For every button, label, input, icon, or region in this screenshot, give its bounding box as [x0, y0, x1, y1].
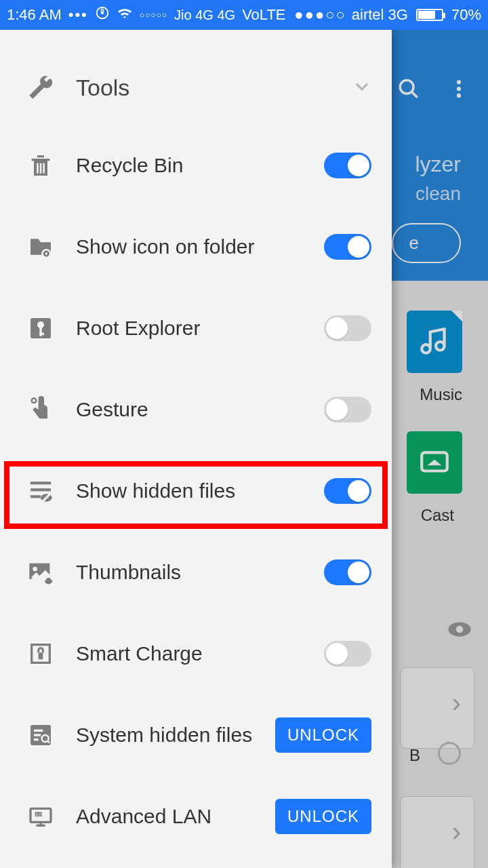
- item-label: Show icon on folder: [76, 235, 324, 258]
- item-smart-charge[interactable]: Smart Charge: [0, 613, 392, 694]
- item-label: Advanced LAN: [76, 805, 275, 828]
- svg-rect-12: [43, 163, 45, 174]
- status-bar: 1:46 AM ••• ○○○○○ Jio 4G 4G VoLTE ●●●○○ …: [0, 0, 488, 30]
- svg-point-14: [45, 252, 47, 254]
- thumbnails-icon: [26, 557, 56, 587]
- smart-charge-icon: [26, 639, 56, 669]
- item-label: Thumbnails: [76, 561, 324, 584]
- svg-rect-29: [39, 652, 43, 659]
- svg-point-26: [33, 567, 37, 572]
- item-label: Smart Charge: [76, 642, 324, 665]
- key-icon: [26, 313, 56, 343]
- wifi-icon: [117, 5, 133, 25]
- svg-rect-18: [39, 333, 44, 335]
- toggle-smart-charge[interactable]: [324, 641, 371, 667]
- svg-text:2.0: 2.0: [36, 812, 42, 816]
- item-thumbnails[interactable]: Thumbnails: [0, 532, 392, 613]
- settings-drawer: Tools Recycle Bin Show icon on folder Ro…: [0, 30, 392, 868]
- item-system-hidden-files[interactable]: System hidden files UNLOCK: [0, 694, 392, 776]
- item-label: Gesture: [76, 398, 324, 421]
- trash-icon: [26, 151, 56, 180]
- drawer-header-tools[interactable]: Tools: [0, 50, 392, 125]
- item-label: System hidden files: [76, 724, 275, 747]
- item-show-icon-folder[interactable]: Show icon on folder: [0, 206, 392, 288]
- item-label: Recycle Bin: [76, 154, 324, 177]
- status-network1: Jio 4G 4G: [174, 7, 235, 23]
- folder-icon: [26, 232, 56, 262]
- status-time: 1:46 AM: [7, 6, 62, 24]
- signal-strength-icon: ●●●○○: [294, 6, 346, 24]
- item-gesture[interactable]: Gesture: [0, 369, 392, 450]
- toggle-gesture[interactable]: [324, 397, 371, 422]
- svg-rect-11: [40, 163, 42, 174]
- status-more-icon: •••: [68, 6, 88, 24]
- status-volte: VoLTE: [242, 6, 285, 24]
- system-hidden-icon: [26, 720, 56, 750]
- battery-icon: [416, 9, 443, 21]
- wrench-icon: [26, 73, 56, 102]
- gesture-icon: [26, 395, 56, 425]
- item-root-explorer[interactable]: Root Explorer: [0, 288, 392, 369]
- svg-rect-1: [101, 11, 104, 14]
- lock-rotation-icon: [95, 5, 110, 24]
- lan-icon: 2.0: [26, 802, 56, 831]
- svg-point-19: [32, 398, 37, 403]
- status-network2: airtel 3G: [352, 6, 408, 24]
- toggle-root-explorer[interactable]: [324, 315, 371, 341]
- svg-rect-10: [37, 163, 38, 174]
- toggle-show-icon-folder[interactable]: [324, 234, 371, 260]
- unlock-button-system-hidden[interactable]: UNLOCK: [275, 717, 371, 753]
- unlock-button-advanced-lan[interactable]: UNLOCK: [275, 799, 371, 834]
- chevron-down-icon: [352, 77, 371, 98]
- drawer-header-label: Tools: [76, 75, 352, 101]
- annotation-highlight: [4, 461, 388, 529]
- item-advanced-lan[interactable]: 2.0 Advanced LAN UNLOCK: [0, 776, 392, 857]
- toggle-thumbnails[interactable]: [324, 559, 371, 585]
- item-label: Root Explorer: [76, 317, 324, 340]
- item-recycle-bin[interactable]: Recycle Bin: [0, 125, 392, 206]
- toggle-recycle-bin[interactable]: [324, 153, 371, 178]
- status-battery: 70%: [451, 6, 481, 24]
- signal-dots-icon: ○○○○○: [140, 10, 167, 20]
